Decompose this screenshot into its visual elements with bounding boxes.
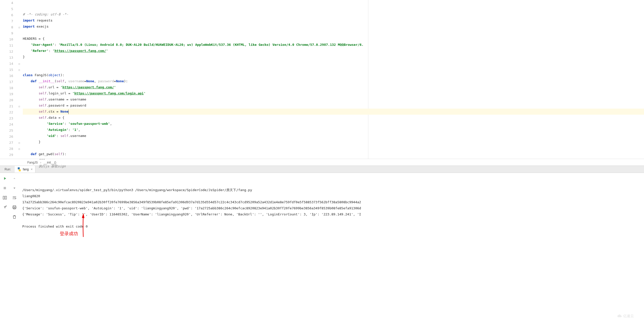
code-line[interactable]: } xyxy=(23,54,644,60)
fold-toggle-icon[interactable]: ⊟ xyxy=(18,146,21,152)
console-line: liang0820 xyxy=(22,193,641,199)
line-number: 14 xyxy=(0,61,13,67)
line-number: 26 xyxy=(0,134,13,140)
console-output[interactable]: /Users/mingyang/.virtualenvs/spider_test… xyxy=(19,173,644,323)
code-line[interactable]: # -*- coding: utf-8 -*- xyxy=(23,11,644,17)
fold-toggle-icon[interactable]: ⊟ xyxy=(18,61,21,67)
code-line[interactable]: self.login_url = 'https://passport.fang.… xyxy=(23,90,644,96)
svg-rect-1 xyxy=(3,196,4,199)
fold-toggle-icon[interactable]: ⊟ xyxy=(18,140,21,146)
code-line[interactable]: 'uid': self.username xyxy=(23,133,644,139)
run-tool-column-right xyxy=(10,173,19,323)
console-line: /Users/mingyang/.virtualenvs/spider_test… xyxy=(22,187,641,193)
line-number: 6 xyxy=(0,12,13,18)
line-number: 20 xyxy=(0,97,13,103)
console-line: Process finished with exit code 0 xyxy=(22,224,641,230)
line-number: 9 xyxy=(0,30,13,36)
line-number: 19 xyxy=(0,91,13,97)
code-line[interactable]: 'Service': 'soufun-passport-web', xyxy=(23,121,644,127)
pin-button[interactable] xyxy=(2,204,8,210)
line-number: 13 xyxy=(0,55,13,61)
cloud-icon xyxy=(617,314,622,318)
line-number: 4 xyxy=(0,0,13,6)
line-number: 22 xyxy=(0,109,13,115)
rerun-button[interactable] xyxy=(2,175,8,181)
console-panel: /Users/mingyang/.virtualenvs/spider_test… xyxy=(0,173,644,323)
python-icon xyxy=(17,167,21,171)
console-line: {'Message': 'Success', 'Tip': '', 'UserI… xyxy=(22,211,641,217)
scroll-up-button[interactable] xyxy=(11,175,17,181)
line-number: 17 xyxy=(0,79,13,85)
svg-rect-2 xyxy=(5,196,7,199)
code-line[interactable]: def get_pwd(self): xyxy=(23,151,644,157)
code-line[interactable]: 'Referer': 'https://passport.fang.com/' xyxy=(23,48,644,54)
line-number: 24 xyxy=(0,122,13,128)
layout-button[interactable] xyxy=(2,195,8,201)
line-number: 27 xyxy=(0,140,13,146)
code-line[interactable]: """ xyxy=(23,157,644,163)
scroll-down-button[interactable] xyxy=(11,185,17,191)
code-line[interactable] xyxy=(23,145,644,151)
run-label: Run: xyxy=(0,166,15,173)
line-number: 25 xyxy=(0,128,13,134)
annotation-text: 登录成功 xyxy=(60,231,78,237)
code-line[interactable]: import requests xyxy=(23,17,644,24)
line-number: 10 xyxy=(0,36,13,43)
fold-toggle-icon[interactable]: ⊟ xyxy=(18,103,21,109)
line-number: 5 xyxy=(0,6,13,12)
code-line[interactable]: self.password = password xyxy=(23,103,644,109)
console-line: 17a2725abb386c264c90efcac8920823e941a02b… xyxy=(22,199,641,205)
code-editor[interactable]: 4567891011121314151617181920212223242526… xyxy=(0,0,644,159)
code-line[interactable]: 执行js 获取sign xyxy=(23,163,644,169)
console-line xyxy=(22,217,641,224)
line-number-gutter: 4567891011121314151617181920212223242526… xyxy=(0,0,18,159)
fold-toggle-icon[interactable]: ⊟ xyxy=(18,24,21,30)
svg-rect-0 xyxy=(4,187,6,189)
watermark-text: 亿速云 xyxy=(623,313,634,319)
line-number: 15 xyxy=(0,67,13,73)
soft-wrap-button[interactable] xyxy=(11,195,17,201)
trash-button[interactable] xyxy=(11,214,17,220)
code-line[interactable]: self.ctx = None xyxy=(23,109,644,115)
code-line[interactable] xyxy=(23,66,644,72)
code-line[interactable]: def __init__(self, username=None, passwo… xyxy=(23,78,644,84)
line-number: 28 xyxy=(0,146,13,152)
line-number: 12 xyxy=(0,49,13,55)
code-line[interactable]: 'AutoLogin': '1', xyxy=(23,127,644,133)
line-number: 18 xyxy=(0,85,13,91)
line-number: 16 xyxy=(0,73,13,79)
code-line[interactable]: self.username = username xyxy=(23,96,644,103)
code-line[interactable]: self.data = { xyxy=(23,115,644,121)
code-line[interactable]: 'User-Agent': 'Mozilla/5.0 (Linux; Andro… xyxy=(23,42,644,48)
code-line[interactable]: self.url = 'https://passport.fang.com/' xyxy=(23,84,644,90)
code-line[interactable]: import execjs xyxy=(23,24,644,30)
code-line[interactable]: HEADERS = { xyxy=(23,36,644,42)
fold-toggle-icon[interactable]: ⊟ xyxy=(18,67,21,73)
code-area[interactable]: # -*- coding: utf-8 -*-import requestsim… xyxy=(21,0,644,159)
print-button[interactable] xyxy=(11,204,17,210)
line-number: 11 xyxy=(0,43,13,49)
stop-button[interactable] xyxy=(2,185,8,191)
line-number: 23 xyxy=(0,115,13,122)
line-number: 8 xyxy=(0,24,13,30)
code-line[interactable] xyxy=(23,60,644,66)
fold-column[interactable]: ⊟⊟⊟⊟⊟⊟ xyxy=(18,0,21,159)
code-line[interactable]: } xyxy=(23,139,644,145)
code-line[interactable] xyxy=(23,30,644,36)
console-line: {'Service': 'soufun-passport-web', 'Auto… xyxy=(22,205,641,211)
run-tool-column-left xyxy=(0,173,10,323)
watermark: 亿速云 xyxy=(617,313,634,319)
line-number: 21 xyxy=(0,103,13,109)
line-number: 29 xyxy=(0,152,13,158)
code-line[interactable]: class FangJS(object): xyxy=(23,72,644,78)
line-number: 7 xyxy=(0,18,13,24)
